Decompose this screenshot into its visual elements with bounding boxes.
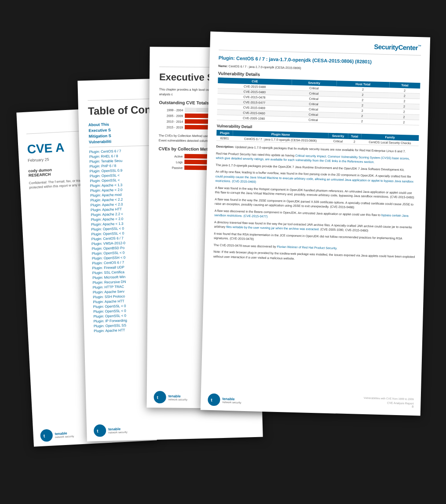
detail-name-field: Name: CentOS 6 / 7 : java-1.7.0-openjdk … bbox=[218, 64, 420, 73]
toc-tenable-logo: t tenable network security bbox=[94, 423, 128, 437]
toc-footer: t tenable network security bbox=[87, 420, 263, 437]
exec-tenable-name: tenable bbox=[168, 394, 187, 398]
pages-container: SecurityCenter™ CVE A February 25 cody d… bbox=[25, 21, 421, 483]
cover-tenable-logo: t tenable network security bbox=[40, 428, 74, 442]
detail-sc-header: SecurityCenter™ bbox=[219, 39, 421, 55]
th-total: Total bbox=[389, 82, 420, 88]
svg-text:t: t bbox=[97, 428, 99, 433]
toc-tenable-name: tenable bbox=[108, 427, 128, 431]
exec-tenable-circle: t bbox=[154, 391, 166, 403]
exec-tenable-sub: network security bbox=[168, 398, 187, 401]
th-sev: Severity bbox=[328, 133, 348, 139]
toc-tenable-sub: network security bbox=[108, 430, 128, 434]
detail-tenable-logo: t tenable network security bbox=[208, 393, 241, 406]
vuln-details-table: CVE Severity Host Total Total CVE-2015-0… bbox=[217, 77, 420, 125]
th-tot: Total bbox=[348, 133, 362, 140]
detail-page: SecurityCenter™ Plugin: CentOS 6 / 7 : j… bbox=[201, 31, 430, 416]
th-plugin: Plugin bbox=[216, 130, 233, 136]
detail-tenable-sub: network security bbox=[222, 401, 241, 404]
toc-tenable-circle: t bbox=[94, 424, 106, 437]
svg-text:t: t bbox=[157, 395, 159, 400]
detail-tenable-circle: t bbox=[208, 393, 220, 406]
detail-plugin-title: Plugin: CentOS 6 / 7 : java-1.7.0-openjd… bbox=[219, 55, 421, 66]
svg-text:t: t bbox=[44, 433, 46, 438]
detail-footer-report: CVE Analysis Report bbox=[387, 401, 414, 405]
tenable-circle-icon: t bbox=[40, 429, 53, 441]
desc-para-3: An off-by-one flaw, leading to a buffer … bbox=[215, 169, 418, 189]
detail-tenable-name: tenable bbox=[222, 397, 241, 401]
detail-footer: t tenable network security CVE Analysis … bbox=[201, 393, 421, 411]
svg-text:t: t bbox=[211, 397, 212, 402]
bar-fill-0 bbox=[185, 107, 196, 112]
exec-tenable-logo: t tenable network security bbox=[154, 391, 188, 404]
detail-sc-logo: SecurityCenter™ bbox=[374, 43, 421, 52]
